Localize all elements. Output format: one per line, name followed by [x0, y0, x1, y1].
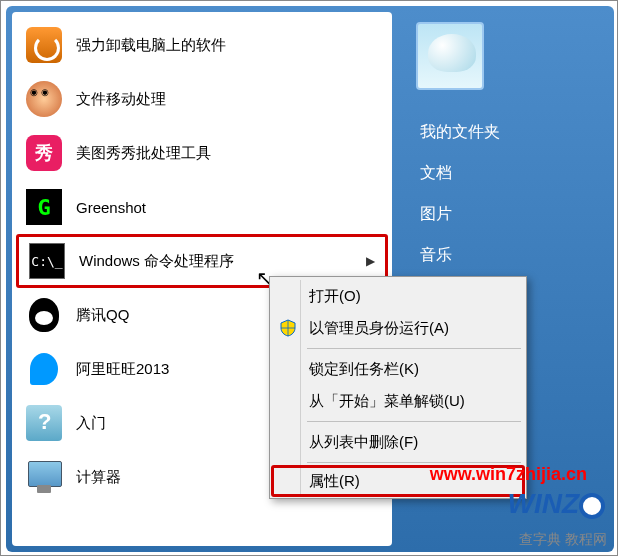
ctx-open[interactable]: 打开(O): [273, 280, 523, 312]
shield-icon: [279, 319, 297, 337]
chevron-right-icon: ▶: [366, 254, 375, 268]
menu-label: 入门: [76, 414, 106, 433]
ctx-unpin-start[interactable]: 从「开始」菜单解锁(U): [273, 385, 523, 417]
ctx-label: 以管理员身份运行(A): [309, 319, 449, 338]
computer-icon: [24, 457, 64, 497]
ctx-pin-taskbar[interactable]: 锁定到任务栏(K): [273, 353, 523, 385]
meitu-icon: 秀: [24, 133, 64, 173]
menu-item-uninstall[interactable]: 强力卸载电脑上的软件: [16, 18, 388, 72]
menu-label: Greenshot: [76, 199, 146, 216]
qq-icon: [24, 295, 64, 335]
right-item-documents[interactable]: 文档: [412, 153, 600, 194]
right-item-pictures[interactable]: 图片: [412, 194, 600, 235]
help-icon: [24, 403, 64, 443]
menu-label: 计算器: [76, 468, 121, 487]
menu-label: 阿里旺旺2013: [76, 360, 169, 379]
menu-label: Windows 命令处理程序: [79, 252, 234, 271]
right-item-music[interactable]: 音乐: [412, 235, 600, 276]
menu-label: 文件移动处理: [76, 90, 166, 109]
menu-label: 美图秀秀批处理工具: [76, 144, 211, 163]
watermark-url: www.win7zhijia.cn: [430, 464, 587, 485]
greenshot-icon: G: [24, 187, 64, 227]
menu-label: 腾讯QQ: [76, 306, 129, 325]
menu-item-meitu[interactable]: 秀 美图秀秀批处理工具: [16, 126, 388, 180]
cmd-icon: C:\_: [27, 241, 67, 281]
context-menu-separator: [307, 348, 521, 349]
watermark-footer: 查字典 教程网: [519, 531, 607, 549]
right-item-myfiles[interactable]: 我的文件夹: [412, 112, 600, 153]
menu-item-greenshot[interactable]: G Greenshot: [16, 180, 388, 234]
recycle-icon: [24, 25, 64, 65]
menu-item-filemove[interactable]: 文件移动处理: [16, 72, 388, 126]
ctx-remove-list[interactable]: 从列表中删除(F): [273, 426, 523, 458]
user-picture[interactable]: [416, 22, 484, 90]
wangwang-icon: [24, 349, 64, 389]
monkey-icon: [24, 79, 64, 119]
context-menu-separator: [307, 421, 521, 422]
context-menu-separator: [307, 462, 521, 463]
watermark-logo: WINZ: [507, 488, 605, 520]
menu-label: 强力卸载电脑上的软件: [76, 36, 226, 55]
ctx-runas-admin[interactable]: 以管理员身份运行(A): [273, 312, 523, 344]
